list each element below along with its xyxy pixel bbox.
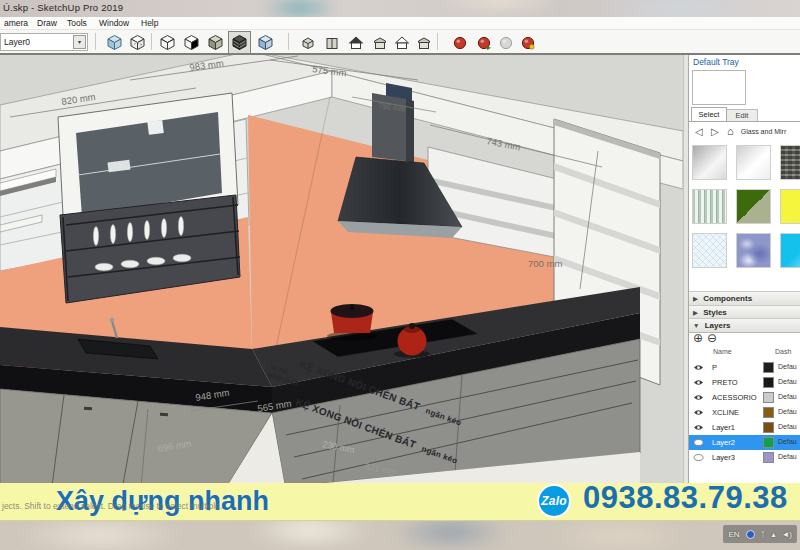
view-back-button[interactable]	[320, 31, 343, 54]
dimension-label: 700 mm	[528, 258, 562, 269]
layer-color-swatch[interactable]	[763, 422, 774, 433]
visibility-eye-icon[interactable]	[693, 378, 704, 389]
component-add-button[interactable]	[472, 31, 495, 54]
volume-icon[interactable]: ◄)	[781, 530, 792, 539]
bottom-strip-background	[0, 520, 800, 550]
layer-dash[interactable]: Defau	[778, 378, 797, 385]
main-toolbar: Layer0 ▾	[0, 30, 800, 55]
shaded-cube-icon	[207, 34, 224, 51]
layer-color-swatch[interactable]	[763, 392, 774, 403]
face-style-back-edges-button[interactable]	[126, 31, 149, 54]
back-arrow-icon[interactable]: ◁	[695, 126, 703, 137]
in-model-home-icon[interactable]: ⌂	[727, 125, 734, 137]
layer-row[interactable]: XCLINE Defau	[689, 405, 800, 420]
layer-dash[interactable]: Defau	[778, 393, 797, 400]
visibility-eye-off-icon[interactable]	[693, 438, 704, 449]
materials-nav-row: ◁ ▷ ⌂ Glass and Mirr	[689, 125, 800, 141]
menu-item-draw[interactable]: Draw	[37, 18, 57, 28]
material-swatch[interactable]	[736, 145, 771, 180]
layer-dash[interactable]: Defau	[778, 453, 797, 460]
section-label: Components	[703, 294, 752, 303]
layer-dash[interactable]: Defau	[778, 408, 797, 415]
language-indicator[interactable]: EN	[728, 530, 739, 539]
visibility-eye-off-icon[interactable]	[693, 453, 704, 464]
network-icon[interactable]: ᛉ	[761, 530, 766, 539]
tab-edit[interactable]: Edit	[726, 109, 758, 121]
layer-dash[interactable]: Defau	[778, 363, 797, 370]
tray-section-components[interactable]: ▶ Components	[689, 291, 800, 306]
layer-name: Layer1	[712, 423, 735, 432]
material-swatch[interactable]	[780, 145, 800, 180]
layer-row[interactable]: Layer1 Defau	[689, 420, 800, 435]
layer-combo[interactable]: Layer0 ▾	[0, 33, 88, 51]
monochrome-cube-icon	[257, 34, 274, 51]
layer-dash[interactable]: Defau	[778, 423, 797, 430]
layer-color-swatch[interactable]	[763, 377, 774, 388]
menu-item-tools[interactable]: Tools	[67, 18, 87, 28]
default-tray-panel: Default Tray Select Edit ◁ ▷ ⌂ Glass and…	[688, 55, 800, 520]
column-dash[interactable]: Dash	[775, 348, 791, 355]
back-edges-cube-icon	[129, 34, 146, 51]
view-iso-button[interactable]	[296, 31, 319, 54]
remove-layer-icon[interactable]: ⊖	[707, 331, 721, 345]
layer-name: Layer3	[712, 453, 735, 462]
material-swatch[interactable]	[780, 189, 800, 224]
layer-row[interactable]: PRETO Defau	[689, 375, 800, 390]
menu-item-camera[interactable]: amera	[4, 18, 28, 28]
face-style-hidden-line-button[interactable]	[180, 31, 203, 54]
view-home-button[interactable]	[390, 31, 413, 54]
collapsed-arrow-icon: ▶	[693, 309, 698, 316]
layer-dash[interactable]: Defau	[778, 438, 797, 445]
sketchup-window: Ú.skp - SketchUp Pro 2019 amera Draw Too…	[0, 0, 800, 550]
tab-select[interactable]: Select	[691, 107, 727, 121]
material-swatch[interactable]	[736, 189, 771, 224]
view-left-button[interactable]	[412, 31, 435, 54]
face-style-wireframe-button[interactable]	[156, 31, 179, 54]
visibility-eye-icon[interactable]	[693, 363, 704, 374]
forward-arrow-icon[interactable]: ▷	[711, 126, 719, 137]
toolbar-separator	[151, 33, 152, 50]
top-view-icon	[372, 35, 388, 51]
material-swatch[interactable]	[692, 233, 727, 268]
face-style-shaded-textures-button[interactable]	[228, 31, 251, 54]
model-viewport[interactable]: 820 mm 983 mm 575 mm 750 mm 743 mm 700 m…	[0, 55, 683, 501]
face-style-xray-button[interactable]	[103, 31, 126, 54]
layer-color-swatch[interactable]	[763, 452, 774, 463]
material-collection-label[interactable]: Glass and Mirr	[741, 128, 787, 135]
menu-item-help[interactable]: Help	[141, 18, 158, 28]
material-swatch[interactable]	[780, 233, 800, 268]
component-ghost-icon	[498, 35, 514, 51]
chevron-down-icon[interactable]: ▾	[73, 35, 86, 49]
component-ghost-button[interactable]	[494, 31, 517, 54]
view-top-button[interactable]	[368, 31, 391, 54]
visibility-eye-icon[interactable]	[693, 408, 704, 419]
material-swatch[interactable]	[692, 189, 727, 224]
layer-row-selected[interactable]: Layer2 Defau	[689, 435, 800, 450]
layer-color-swatch[interactable]	[763, 362, 774, 373]
toolbar-separator	[95, 33, 96, 50]
expanded-arrow-icon: ▼	[693, 322, 699, 329]
visibility-eye-icon[interactable]	[693, 423, 704, 434]
face-style-shaded-button[interactable]	[204, 31, 227, 54]
material-swatch[interactable]	[692, 145, 727, 180]
layer-row[interactable]: ACESSORIO Defau	[689, 390, 800, 405]
component-red-icon	[452, 35, 468, 51]
column-name[interactable]: Name	[713, 348, 732, 355]
material-swatch[interactable]	[736, 233, 771, 268]
title-bar[interactable]: Ú.skp - SketchUp Pro 2019	[0, 0, 800, 17]
ime-icon[interactable]	[746, 530, 755, 539]
component-paint-button[interactable]	[516, 31, 539, 54]
layer-color-swatch[interactable]	[763, 407, 774, 418]
add-layer-icon[interactable]: ⊕	[693, 331, 707, 345]
component-red-button[interactable]	[448, 31, 471, 54]
status-bar-text: jects. Shift to extend select. Drag mous…	[2, 501, 602, 511]
view-front-button[interactable]	[344, 31, 367, 54]
visibility-eye-icon[interactable]	[693, 393, 704, 404]
face-style-monochrome-button[interactable]	[254, 31, 277, 54]
layer-row[interactable]: P Defau	[689, 360, 800, 375]
layer-row[interactable]: Layer3 Defau	[689, 450, 800, 465]
layer-color-swatch[interactable]	[763, 437, 774, 448]
menu-item-window[interactable]: Window	[99, 18, 129, 28]
shaded-textures-cube-icon	[231, 34, 248, 51]
arrow-up-icon[interactable]: ▴	[771, 530, 775, 539]
